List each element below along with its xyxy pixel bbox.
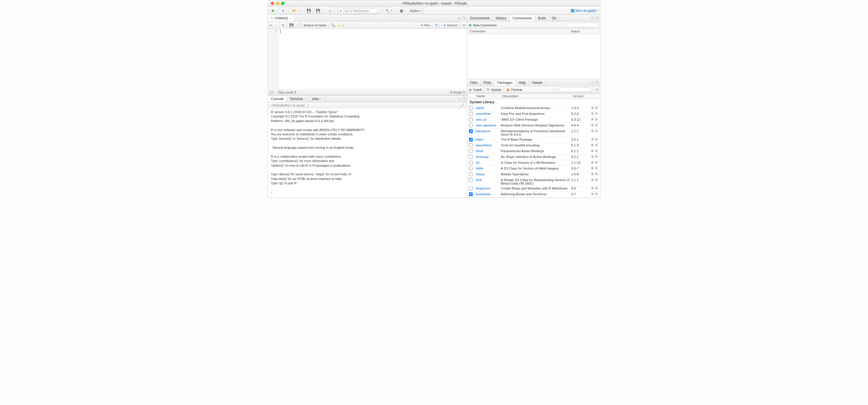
tab-files[interactable]: Files [467,80,480,86]
remove-icon[interactable]: ✕ [595,149,598,152]
web-icon[interactable]: ⊕ [591,149,594,152]
tab-help[interactable]: Help [516,80,529,86]
maximize-pane-icon[interactable]: ❐ [462,97,466,101]
web-icon[interactable]: ⊕ [591,124,594,127]
tab-build[interactable]: Build [535,15,549,21]
remove-icon[interactable]: ✕ [595,155,598,158]
package-checkbox[interactable] [469,112,473,116]
new-connection-button[interactable]: New Connection [473,24,497,27]
tab-plots[interactable]: Plots [480,80,494,86]
package-name[interactable]: base64enc [475,144,501,147]
save-source-icon[interactable]: 💾 [289,23,294,27]
remove-icon[interactable]: ✕ [595,161,598,164]
back-icon[interactable]: ⇐ [269,23,272,27]
package-checkbox[interactable] [469,149,473,153]
remove-icon[interactable]: ✕ [595,106,598,110]
goto-dir-icon[interactable]: ⇗ [307,103,310,107]
goto-file-function[interactable]: ➤Go to file/function [338,7,379,14]
save-all-button[interactable]: 💾 [314,8,322,13]
package-name[interactable]: aws.s3 [475,118,501,121]
find-icon[interactable]: 🔍 [331,23,335,27]
minimize-pane-icon[interactable]: ▭ [457,97,461,101]
web-icon[interactable]: ⊕ [591,138,594,141]
package-name[interactable]: blob [475,178,501,182]
minimize-pane-icon[interactable]: ▭ [590,81,594,85]
web-icon[interactable]: ⊕ [591,192,594,195]
new-file-button[interactable]: ⊕▾ [270,8,278,13]
rerun-button[interactable]: ↻ [433,22,440,28]
clear-console-icon[interactable]: 🧹 [460,103,465,107]
package-checkbox[interactable] [469,167,473,170]
package-name[interactable]: blogdown [475,187,501,190]
show-in-new-window-icon[interactable]: ⧉ [282,23,284,27]
web-icon[interactable]: ⊕ [591,112,594,115]
package-name[interactable]: base [475,138,501,141]
install-button[interactable]: Install [473,88,482,91]
package-checkbox[interactable] [469,129,473,133]
web-icon[interactable]: ⊕ [591,106,594,110]
save-button[interactable]: 💾 [305,8,313,13]
remove-icon[interactable]: ✕ [595,112,598,115]
web-icon[interactable]: ⊕ [591,173,594,176]
build-tools-button[interactable]: 🔧▾ [384,8,394,13]
package-name[interactable]: bookdown [475,192,501,196]
minimize-pane-icon[interactable]: ▭ [590,16,594,20]
remove-icon[interactable]: ✕ [595,129,598,132]
remove-icon[interactable]: ✕ [595,138,598,141]
packrat-button[interactable]: Packrat [511,88,522,91]
package-name[interactable]: abind [475,106,501,110]
connections-search[interactable]: 🔍 [567,23,599,27]
maximize-pane-icon[interactable]: ❐ [595,16,599,20]
package-checkbox[interactable] [469,106,473,110]
web-icon[interactable]: ⊕ [591,187,594,190]
open-file-button[interactable]: 📂▾ [290,8,301,13]
compile-report-icon[interactable]: 📄 [349,23,353,27]
project-menu[interactable]: the-r-in-spark ▾ [571,9,598,13]
remove-icon[interactable]: ✕ [595,167,598,170]
addins-menu[interactable]: Addins ▾ [408,8,424,13]
tab-connections[interactable]: Connections [510,15,535,21]
maximize-window-button[interactable] [281,2,284,5]
package-name[interactable]: aws.signature [475,124,501,127]
maximize-pane-icon[interactable]: ❐ [462,16,466,20]
run-button[interactable]: ➜ Run [419,22,432,28]
tab-packages[interactable]: Packages [494,80,516,86]
web-icon[interactable]: ⊕ [591,161,594,164]
packages-search[interactable]: 🔍 [559,87,591,92]
wand-icon[interactable]: ✨ ▾ [337,23,343,27]
source-editor[interactable]: 1 [268,29,467,89]
package-name[interactable]: bitops [475,173,501,176]
maximize-pane-icon[interactable]: ❐ [595,81,599,85]
web-icon[interactable]: ⊕ [591,118,594,121]
file-type-selector[interactable]: R Script ⇕ [451,91,465,94]
minimize-pane-icon[interactable]: ▭ [457,16,461,20]
source-on-save-checkbox[interactable] [299,24,302,27]
close-window-button[interactable] [271,2,274,5]
forward-icon[interactable]: ⇒ [274,23,277,27]
package-name[interactable]: bit64 [475,167,501,170]
minimize-window-button[interactable] [276,2,279,5]
package-name[interactable]: assertthat [475,112,501,116]
package-checkbox[interactable] [469,173,473,176]
tab-history[interactable]: History [493,15,509,21]
package-name[interactable]: bindrcpp [475,155,501,158]
web-icon[interactable]: ⊕ [591,155,594,158]
package-checkbox[interactable] [469,155,473,159]
web-icon[interactable]: ⊕ [591,167,594,170]
remove-icon[interactable]: ✕ [595,144,598,147]
package-checkbox[interactable] [469,144,473,147]
remove-icon[interactable]: ✕ [595,118,598,121]
print-button[interactable]: 🖨 [327,8,333,13]
close-tab-icon[interactable]: × [289,17,291,20]
tab-git[interactable]: Git [549,15,559,21]
package-checkbox[interactable] [469,161,473,165]
package-name[interactable]: bit [475,161,501,164]
package-checkbox[interactable] [469,192,473,196]
remove-icon[interactable]: ✕ [595,173,598,176]
web-icon[interactable]: ⊕ [591,144,594,147]
package-checkbox[interactable] [469,138,473,142]
package-checkbox[interactable] [469,178,473,182]
new-project-button[interactable]: ✦ [280,8,286,13]
scope-selector[interactable]: (Top Level) ⇕ [277,91,297,94]
grid-button[interactable]: ▦▾ [398,8,407,13]
